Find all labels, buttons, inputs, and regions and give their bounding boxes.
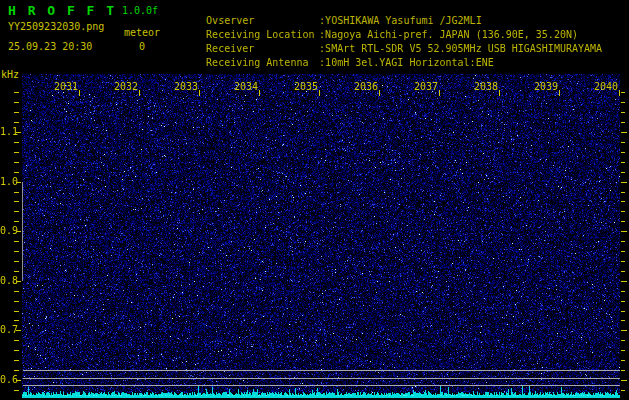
freq-major-tick-left	[16, 231, 21, 232]
freq-minor-tick-left	[14, 390, 19, 391]
freq-minor-tick-left	[14, 251, 19, 252]
freq-minor-tick-left	[14, 192, 19, 193]
freq-minor-tick-right	[621, 241, 625, 242]
freq-minor-tick-right	[621, 390, 625, 391]
freq-minor-tick-right	[621, 201, 625, 202]
freq-minor-tick-left	[14, 291, 19, 292]
freq-major-tick-right	[621, 132, 627, 133]
freq-major-tick-right	[621, 380, 627, 381]
freq-minor-tick-left	[14, 172, 19, 173]
freq-minor-tick-right	[621, 162, 625, 163]
freq-minor-tick-left	[14, 340, 19, 341]
carrier-line	[23, 378, 620, 379]
freq-tick-label: 0.8	[0, 275, 16, 286]
time-tick	[499, 90, 500, 96]
time-tick-label: 2031	[52, 81, 78, 92]
freq-minor-tick-left	[14, 271, 19, 272]
freq-minor-tick-right	[621, 142, 625, 143]
time-tick	[259, 90, 260, 96]
freq-major-tick-left	[16, 281, 21, 282]
time-tick	[199, 90, 200, 96]
freq-minor-tick-left	[14, 301, 19, 302]
freq-major-tick-left	[16, 182, 21, 183]
freq-minor-tick-right	[621, 350, 625, 351]
freq-tick-label: 1.0	[0, 176, 16, 187]
freq-minor-tick-right	[621, 311, 625, 312]
freq-minor-tick-right	[621, 370, 625, 371]
freq-minor-tick-left	[14, 152, 19, 153]
time-tick	[319, 90, 320, 96]
time-tick	[559, 90, 560, 96]
freq-minor-tick-right	[621, 291, 625, 292]
freq-minor-tick-right	[621, 92, 625, 93]
time-tick	[439, 90, 440, 96]
freq-minor-tick-right	[621, 251, 625, 252]
axis-ticks-layer: 1.11.00.90.80.70.62031203220332034203520…	[0, 0, 629, 400]
freq-minor-tick-left	[14, 162, 19, 163]
time-tick-label: 2035	[292, 81, 318, 92]
freq-tick-label: 0.6	[0, 374, 16, 385]
freq-minor-tick-right	[621, 261, 625, 262]
freq-minor-tick-right	[621, 320, 625, 321]
time-tick-label: 2040	[592, 81, 618, 92]
freq-minor-tick-left	[14, 201, 19, 202]
freq-minor-tick-left	[14, 360, 19, 361]
freq-minor-tick-right	[621, 360, 625, 361]
freq-major-tick-right	[621, 182, 627, 183]
freq-major-tick-left	[16, 330, 21, 331]
time-tick-label: 2037	[412, 81, 438, 92]
time-tick	[379, 90, 380, 96]
freq-minor-tick-left	[14, 211, 19, 212]
freq-minor-tick-left	[14, 92, 19, 93]
freq-minor-tick-left	[14, 311, 19, 312]
time-tick-label: 2034	[232, 81, 258, 92]
time-tick-label: 2039	[532, 81, 558, 92]
freq-minor-tick-right	[621, 271, 625, 272]
freq-major-tick-right	[621, 281, 627, 282]
time-tick-label: 2032	[112, 81, 138, 92]
freq-minor-tick-right	[621, 192, 625, 193]
freq-minor-tick-left	[14, 102, 19, 103]
freq-minor-tick-left	[14, 261, 19, 262]
freq-minor-tick-right	[621, 122, 625, 123]
freq-major-tick-right	[621, 231, 627, 232]
time-tick	[619, 90, 620, 96]
freq-minor-tick-left	[14, 221, 19, 222]
time-tick-label: 2033	[172, 81, 198, 92]
freq-tick-label: 0.9	[0, 225, 16, 236]
freq-minor-tick-left	[14, 142, 19, 143]
freq-minor-tick-right	[621, 172, 625, 173]
time-tick	[139, 90, 140, 96]
time-tick-label: 2038	[472, 81, 498, 92]
freq-major-tick-right	[621, 330, 627, 331]
freq-major-tick-left	[16, 132, 21, 133]
freq-major-tick-left	[16, 380, 21, 381]
freq-minor-tick-right	[621, 102, 625, 103]
freq-minor-tick-right	[621, 152, 625, 153]
freq-minor-tick-right	[621, 112, 625, 113]
freq-minor-tick-right	[621, 340, 625, 341]
time-tick-label: 2036	[352, 81, 378, 92]
time-tick	[79, 90, 80, 96]
carrier-line	[23, 385, 620, 386]
freq-tick-label: 0.7	[0, 324, 16, 335]
freq-minor-tick-right	[621, 211, 625, 212]
freq-tick-label: 1.1	[0, 126, 16, 137]
freq-minor-tick-left	[14, 112, 19, 113]
carrier-line	[23, 370, 620, 371]
freq-minor-tick-right	[621, 221, 625, 222]
freq-minor-tick-left	[14, 350, 19, 351]
freq-minor-tick-left	[14, 370, 19, 371]
freq-minor-tick-right	[621, 301, 625, 302]
hrofft-screenshot: H R O F F T 1.0.0f YY2509232030.png mete…	[0, 0, 629, 400]
freq-minor-tick-left	[14, 122, 19, 123]
freq-minor-tick-left	[14, 320, 19, 321]
freq-minor-tick-left	[14, 241, 19, 242]
